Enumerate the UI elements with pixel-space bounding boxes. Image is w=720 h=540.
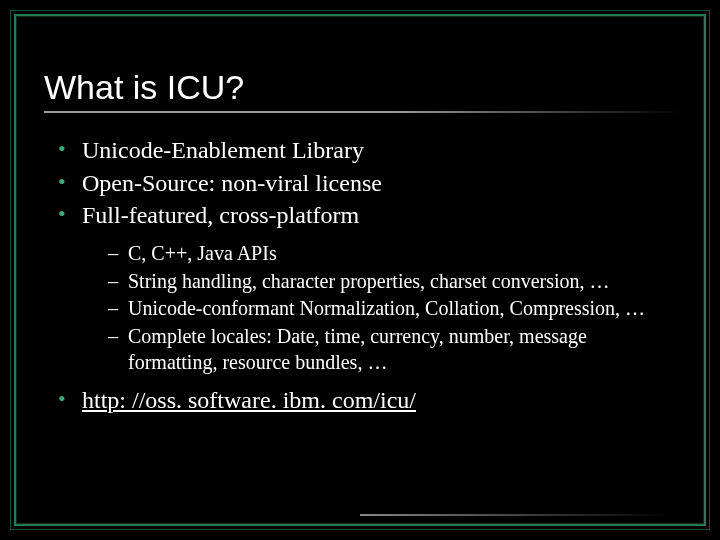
sub-bullet-item: Unicode-conformant Normalization, Collat… — [108, 296, 676, 322]
sub-bullet-text: C, C++, Java APIs — [128, 242, 277, 264]
title-underline — [44, 111, 684, 113]
bullet-item: Full-featured, cross-platform C, C++, Ja… — [58, 200, 676, 375]
bottom-accent-line — [360, 514, 670, 516]
link-text[interactable]: http: //oss. software. ibm. com/icu/ — [82, 387, 416, 413]
bullet-item-link: http: //oss. software. ibm. com/icu/ — [58, 385, 676, 416]
sub-bullet-item: C, C++, Java APIs — [108, 241, 676, 267]
bullet-item: Unicode-Enablement Library — [58, 135, 676, 166]
bullet-text: Unicode-Enablement Library — [82, 137, 364, 163]
slide-body: What is ICU? Unicode-Enablement Library … — [0, 0, 720, 540]
sub-bullet-item: String handling, character properties, c… — [108, 269, 676, 295]
sub-bullet-list: C, C++, Java APIs String handling, chara… — [82, 241, 676, 375]
sub-bullet-item: Complete locales: Date, time, currency, … — [108, 324, 676, 375]
slide-title: What is ICU? — [44, 68, 676, 107]
sub-bullet-text: Unicode-conformant Normalization, Collat… — [128, 297, 645, 319]
bullet-list: Unicode-Enablement Library Open-Source: … — [44, 135, 676, 416]
bullet-text: Full-featured, cross-platform — [82, 202, 359, 228]
bullet-item: Open-Source: non-viral license — [58, 168, 676, 199]
sub-bullet-text: String handling, character properties, c… — [128, 270, 610, 292]
sub-bullet-text: Complete locales: Date, time, currency, … — [128, 325, 587, 373]
bullet-text: Open-Source: non-viral license — [82, 170, 382, 196]
